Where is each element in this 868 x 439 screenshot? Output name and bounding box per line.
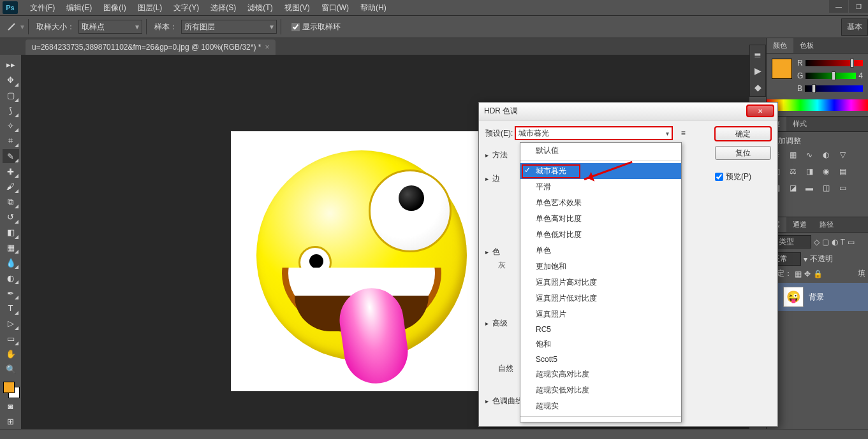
marquee-tool[interactable]: ▢: [3, 89, 19, 103]
preset-option[interactable]: Scott5: [520, 352, 681, 366]
layer-item[interactable]: 👁 😜 背景: [767, 283, 868, 311]
menu-item[interactable]: 编辑(E): [61, 3, 98, 13]
curves-icon[interactable]: ∿: [804, 149, 815, 161]
vibrance-icon[interactable]: ▽: [837, 149, 848, 161]
blur-tool[interactable]: 💧: [3, 255, 19, 270]
gradient-map-icon[interactable]: ▭: [837, 182, 848, 194]
invert-icon[interactable]: ◪: [787, 182, 798, 194]
preview-checkbox[interactable]: 预览(P): [715, 171, 771, 182]
color-spectrum[interactable]: [767, 99, 868, 111]
g-slider[interactable]: [805, 73, 856, 79]
layer-filter-select[interactable]: 类型: [776, 235, 811, 248]
window-restore[interactable]: ❐: [849, 0, 868, 13]
preset-option[interactable]: 更加饱和: [520, 259, 681, 275]
menu-item[interactable]: 图像(I): [98, 3, 131, 13]
preset-option[interactable]: 默认值: [520, 143, 681, 159]
swatches-tab[interactable]: 色板: [793, 38, 820, 53]
preset-option[interactable]: 逼真照片: [520, 306, 681, 322]
path-tool[interactable]: ▷: [3, 317, 19, 331]
lasso-tool[interactable]: ⟆: [3, 104, 19, 118]
preset-option[interactable]: 饱和: [520, 336, 681, 352]
preset-option[interactable]: 自定: [520, 419, 681, 422]
stamp-tool[interactable]: ⧉: [3, 195, 19, 209]
dialog-close-button[interactable]: ✕: [747, 105, 774, 117]
sample-size-select[interactable]: 取样点: [78, 20, 142, 34]
collapse-icon[interactable]: ▸▸: [3, 58, 19, 72]
lock-pixels-icon[interactable]: ▦: [795, 270, 802, 278]
quickmask-tool[interactable]: ◙: [3, 399, 19, 413]
properties-icon[interactable]: ◆: [754, 82, 761, 92]
dialog-titlebar[interactable]: HDR 色调 ✕: [479, 103, 777, 120]
r-slider[interactable]: [805, 60, 863, 66]
wand-tool[interactable]: ✧: [3, 119, 19, 133]
preset-option[interactable]: 逼真照片高对比度: [520, 275, 681, 291]
color-tab[interactable]: 颜色: [767, 38, 793, 53]
canvas[interactable]: [231, 131, 491, 391]
photo-filter-icon[interactable]: ◉: [820, 166, 832, 177]
window-minimize[interactable]: —: [829, 0, 848, 13]
balance-icon[interactable]: ⚖: [787, 166, 798, 177]
heal-tool[interactable]: ✚: [3, 164, 19, 178]
sample-select[interactable]: 所有图层: [181, 20, 277, 34]
bw-icon[interactable]: ◨: [804, 166, 815, 177]
preset-select[interactable]: 城市暮光: [515, 127, 672, 140]
history-icon[interactable]: ≣: [754, 49, 761, 59]
hand-tool[interactable]: ✋: [3, 347, 19, 361]
mixer-icon[interactable]: ▤: [837, 166, 848, 177]
reset-button[interactable]: 复位: [715, 146, 771, 160]
lock-all-icon[interactable]: 🔒: [813, 270, 823, 278]
posterize-icon[interactable]: ▬: [804, 182, 815, 194]
preset-menu-icon[interactable]: ≡: [677, 127, 689, 139]
preset-option[interactable]: 平滑: [520, 179, 681, 195]
gradient-tool[interactable]: ▦: [3, 241, 19, 255]
menu-item[interactable]: 滤镜(T): [242, 3, 278, 13]
zoom-tool[interactable]: 🔍: [3, 363, 19, 377]
document-tab[interactable]: u=2684233735,3898701102&fm=26&gp=0.jpg @…: [26, 40, 276, 55]
threshold-icon[interactable]: ◫: [820, 182, 832, 194]
preset-option[interactable]: 单色: [520, 243, 681, 259]
eyedropper-tool[interactable]: ✎: [3, 149, 19, 163]
paths-tab[interactable]: 路径: [813, 217, 840, 232]
screenmode-tool[interactable]: ⊞: [3, 414, 19, 428]
exposure-icon[interactable]: ◐: [820, 149, 832, 161]
channels-tab[interactable]: 通道: [786, 217, 813, 232]
menu-item[interactable]: 文字(Y): [168, 3, 205, 13]
menu-item[interactable]: 文件(F): [24, 3, 61, 13]
preset-option[interactable]: 单色艺术效果: [520, 195, 681, 211]
preset-option[interactable]: 超现实高对比度: [520, 366, 681, 382]
menu-item[interactable]: 帮助(H): [355, 3, 392, 13]
crop-tool[interactable]: ⌗: [3, 134, 19, 148]
history-brush-tool[interactable]: ↺: [3, 210, 19, 224]
preset-option[interactable]: 单色低对比度: [520, 227, 681, 243]
ok-button[interactable]: 确定: [715, 127, 771, 141]
sample-label: 样本：: [154, 22, 177, 32]
workspace-button[interactable]: 基本: [841, 18, 868, 36]
menu-item[interactable]: 选择(S): [205, 3, 242, 13]
dodge-tool[interactable]: ◐: [3, 271, 19, 285]
close-tab-icon[interactable]: ×: [265, 43, 269, 52]
menu-item[interactable]: 视图(V): [279, 3, 316, 13]
move-tool[interactable]: ✥: [3, 73, 19, 87]
levels-icon[interactable]: ▦: [787, 149, 798, 161]
eraser-tool[interactable]: ◧: [3, 226, 19, 240]
preset-option[interactable]: 单色高对比度: [520, 211, 681, 227]
show-ring-checkbox[interactable]: 显示取样环: [291, 22, 341, 32]
brush-tool[interactable]: 🖌: [3, 180, 19, 194]
preset-option[interactable]: 城市暮光: [520, 163, 681, 179]
type-tool[interactable]: T: [3, 301, 19, 315]
preset-option[interactable]: 超现实: [520, 398, 681, 414]
pen-tool[interactable]: ✒: [3, 286, 19, 300]
play-icon[interactable]: ▶: [754, 66, 761, 76]
menu-item[interactable]: 图层(L): [132, 3, 168, 13]
preset-option[interactable]: RC5: [520, 322, 681, 336]
preset-option[interactable]: 逼真照片低对比度: [520, 291, 681, 306]
b-slider[interactable]: [805, 85, 863, 92]
panel-fg-swatch[interactable]: [772, 59, 792, 79]
styles-tab[interactable]: 样式: [786, 117, 813, 131]
fg-color-swatch[interactable]: [3, 382, 15, 393]
lock-position-icon[interactable]: ✥: [804, 270, 811, 278]
menu-item[interactable]: 窗口(W): [316, 3, 355, 13]
color-swatches[interactable]: [2, 380, 20, 398]
preset-option[interactable]: 超现实低对比度: [520, 382, 681, 398]
shape-tool[interactable]: ▭: [3, 332, 19, 346]
